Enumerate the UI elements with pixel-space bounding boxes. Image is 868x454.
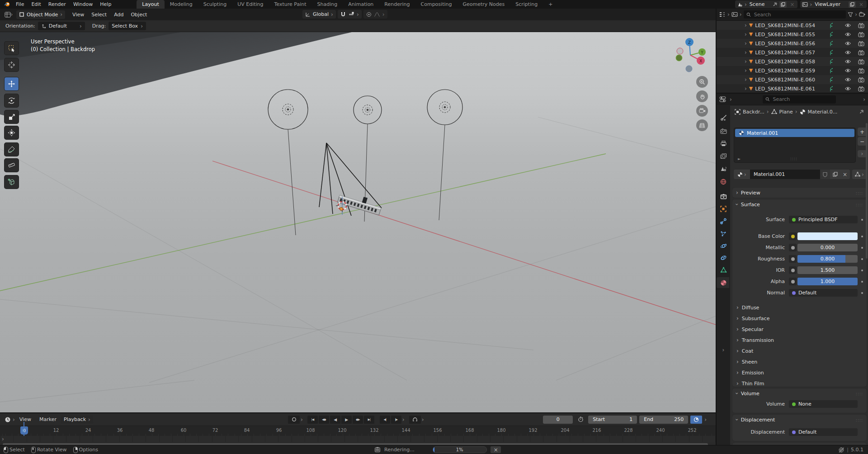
hide-eye-icon[interactable] xyxy=(844,86,851,91)
tab-scripting[interactable]: Scripting xyxy=(510,0,543,9)
tool-move[interactable] xyxy=(5,77,19,90)
display-mode-icon[interactable] xyxy=(731,12,738,17)
tab-geometry-nodes[interactable]: Geometry Nodes xyxy=(457,0,510,9)
menu-window[interactable]: Window xyxy=(70,0,96,9)
panel-grip-icon[interactable] xyxy=(856,190,863,196)
breadcrumb-object[interactable]: Backdr... xyxy=(743,109,764,115)
channel-expander[interactable] xyxy=(2,436,4,442)
jump-to-start-button[interactable]: |◀ xyxy=(307,416,318,424)
chevron-down-icon[interactable] xyxy=(402,416,405,423)
tab-view-layer[interactable] xyxy=(717,151,729,161)
expand-icon[interactable] xyxy=(745,58,747,65)
jump-to-end-button[interactable]: ▶| xyxy=(364,416,374,424)
disable-render-camera-icon[interactable] xyxy=(858,23,864,28)
menu-render[interactable]: Render xyxy=(45,0,70,9)
gizmo-neg-x[interactable] xyxy=(677,48,683,54)
next-keyframe-button[interactable]: ◆▶ xyxy=(353,416,363,424)
tab-scene[interactable] xyxy=(717,163,729,174)
menu-object[interactable]: Object xyxy=(127,10,151,19)
menu-select[interactable]: Select xyxy=(88,10,110,19)
keyframe-dot[interactable] xyxy=(858,292,863,294)
light-empty-3[interactable] xyxy=(427,90,462,220)
slot-specials-menu[interactable] xyxy=(858,150,867,157)
tool-cursor[interactable] xyxy=(5,58,19,71)
panel-volume[interactable]: ›Volume Volume None xyxy=(732,388,867,413)
tool-rotate[interactable] xyxy=(5,94,19,107)
list-resize-grip[interactable] xyxy=(790,156,797,161)
keyframe-dot[interactable] xyxy=(858,281,863,283)
panel-grip-icon[interactable] xyxy=(856,202,863,208)
hide-eye-icon[interactable] xyxy=(844,77,851,82)
viewlayer-name[interactable]: ViewLayer xyxy=(814,1,847,7)
viewlayer-selector[interactable]: ViewLayer xyxy=(800,0,867,8)
outliner-editor-icon[interactable] xyxy=(719,12,726,17)
properties-search[interactable] xyxy=(763,95,836,104)
breadcrumb-mesh[interactable]: Plane xyxy=(779,109,793,115)
chevron-down-icon[interactable] xyxy=(422,416,424,423)
expand-icon[interactable] xyxy=(745,49,747,56)
volume-dropdown[interactable]: None xyxy=(789,400,858,408)
gizmo-neg-y[interactable] xyxy=(676,55,682,61)
keyframe-dot[interactable] xyxy=(858,270,863,271)
hide-eye-icon[interactable] xyxy=(844,32,851,37)
prev-keyframe-button[interactable]: ◀◆ xyxy=(319,416,329,424)
tab-output[interactable] xyxy=(717,138,729,149)
object-name[interactable]: LED_SK6812MINI-E.058 xyxy=(755,59,826,65)
tool-measure[interactable] xyxy=(5,159,19,172)
tab-modeling[interactable]: Modeling xyxy=(165,0,198,9)
tab-compositing[interactable]: Compositing xyxy=(415,0,458,9)
menu-edit[interactable]: Edit xyxy=(28,0,44,9)
fake-user-button[interactable] xyxy=(820,170,830,179)
proportional-edit-controls[interactable] xyxy=(363,10,387,19)
keyframe-dot[interactable] xyxy=(858,258,863,260)
tab-rendering[interactable]: Rendering xyxy=(379,0,415,9)
alpha-slider[interactable]: 1.000 xyxy=(797,278,858,285)
outliner-row[interactable]: ▼LED_SK6812MINI-E.060 xyxy=(717,75,868,84)
disable-render-camera-icon[interactable] xyxy=(858,59,864,64)
tool-scale[interactable] xyxy=(5,110,19,123)
hide-eye-icon[interactable] xyxy=(844,50,851,55)
socket-button[interactable] xyxy=(789,278,797,285)
outliner-search-input[interactable] xyxy=(753,11,844,18)
add-workspace-button[interactable]: + xyxy=(543,0,558,9)
object-name[interactable]: LED_SK6812MINI-E.061 xyxy=(755,86,826,92)
socket-button[interactable] xyxy=(789,255,797,263)
outliner-row[interactable]: ▼LED_SK6812MINI-E.054 xyxy=(717,21,868,30)
duplicate-material-button[interactable] xyxy=(830,170,840,179)
timeline-ruler[interactable]: 0 12 24 36 48 60 72 84 96 108 120 132 14… xyxy=(0,426,716,436)
tab-animation[interactable]: Animation xyxy=(343,0,379,9)
material-slot-selected[interactable]: Material.001 xyxy=(735,129,854,137)
keyframe-dot[interactable] xyxy=(858,219,863,221)
browse-material-button[interactable] xyxy=(734,170,750,179)
expand-icon[interactable] xyxy=(745,76,747,83)
surface-shader-dropdown[interactable]: Principled BSDF xyxy=(789,216,858,223)
panel-grip-icon[interactable] xyxy=(856,417,863,423)
pan-button[interactable] xyxy=(696,90,708,102)
hide-eye-icon[interactable] xyxy=(844,68,851,73)
tab-uv-editing[interactable]: UV Editing xyxy=(232,0,269,9)
tool-annotate[interactable] xyxy=(5,143,19,156)
mode-selector[interactable]: Object Mode xyxy=(16,10,65,19)
expand-icon[interactable] xyxy=(745,85,747,92)
breadcrumb-material[interactable]: Material.0... xyxy=(808,109,838,115)
disable-render-camera-icon[interactable] xyxy=(858,77,864,82)
object-name[interactable]: LED_SK6812MINI-E.059 xyxy=(755,68,826,74)
timeline-track[interactable] xyxy=(0,436,716,442)
hide-eye-icon[interactable] xyxy=(844,59,851,64)
tab-material[interactable] xyxy=(717,277,729,288)
socket-button[interactable] xyxy=(789,244,797,251)
object-name[interactable]: LED_SK6812MINI-E.055 xyxy=(755,32,826,38)
outliner-row[interactable]: ▼LED_SK6812MINI-E.057 xyxy=(717,48,868,57)
menu-file[interactable]: File xyxy=(12,0,28,9)
tab-object[interactable] xyxy=(717,203,729,214)
tab-render[interactable] xyxy=(717,126,729,137)
pin-icon[interactable] xyxy=(773,2,778,7)
panel-displacement[interactable]: ›Displacement Displacement Default xyxy=(732,415,867,441)
disable-render-camera-icon[interactable] xyxy=(858,50,864,55)
blender-logo-icon[interactable] xyxy=(4,1,10,7)
unlink-material-button[interactable] xyxy=(840,170,850,179)
gizmo-neg-z[interactable] xyxy=(686,66,692,72)
tab-texture-paint[interactable]: Texture Paint xyxy=(269,0,312,9)
scene-name[interactable]: Scene xyxy=(749,1,771,7)
rail-overflow-chevron[interactable] xyxy=(717,345,729,355)
